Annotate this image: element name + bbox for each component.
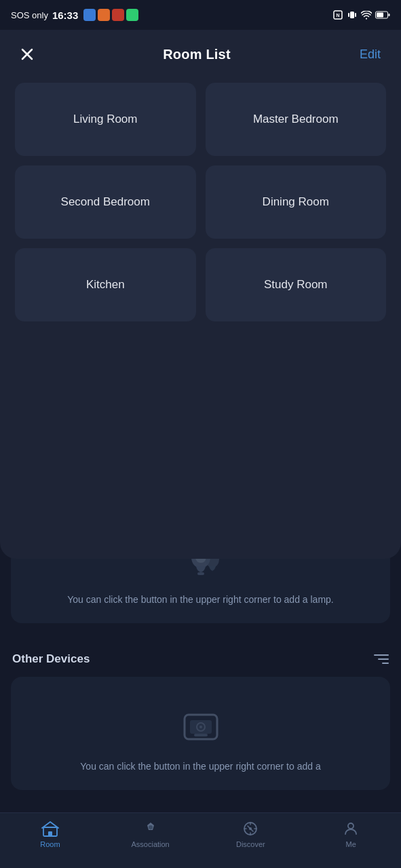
svg-rect-11 — [197, 572, 204, 575]
room-label-second-bedroom: Second Bedroom — [53, 195, 158, 209]
svg-point-18 — [199, 726, 202, 728]
room-label-kitchen: Kitchen — [78, 278, 133, 292]
filter-line-3 — [382, 663, 389, 664]
other-devices-header: Other Devices — [11, 650, 390, 669]
wifi-icon — [361, 11, 372, 20]
svg-text:N: N — [336, 13, 339, 18]
svg-point-21 — [149, 825, 153, 829]
device-card: You can click the button in the upper ri… — [11, 677, 390, 790]
svg-rect-2 — [350, 12, 354, 18]
room-label-study-room: Study Room — [256, 278, 336, 292]
room-grid: Living RoomMaster BedroomSecond BedroomD… — [0, 76, 401, 335]
other-devices-title: Other Devices — [12, 652, 90, 666]
app-icons — [83, 9, 138, 21]
lamp-hint-text: You can click the button in the upper ri… — [67, 593, 334, 607]
association-tab-icon — [142, 820, 159, 837]
modal-title: Room List — [163, 47, 231, 62]
edit-button[interactable]: Edit — [354, 45, 386, 64]
svg-rect-3 — [348, 13, 349, 17]
svg-rect-20 — [48, 831, 52, 836]
svg-rect-7 — [377, 13, 383, 18]
room-label-master-bedroom: Master Bedroom — [245, 113, 347, 126]
modal-header: Room List Edit — [0, 30, 401, 76]
filter-button[interactable] — [370, 650, 389, 669]
battery-icon — [375, 11, 390, 19]
filter-line-1 — [374, 654, 389, 656]
tab-room-label: Room — [40, 840, 60, 848]
tab-association[interactable]: Association — [100, 820, 201, 848]
status-bar: SOS only 16:33 N — [0, 0, 401, 30]
close-button[interactable] — [15, 42, 39, 66]
tab-me[interactable]: Me — [301, 820, 401, 848]
me-tab-icon — [342, 820, 360, 837]
tab-room[interactable]: Room — [0, 820, 100, 848]
close-icon — [20, 47, 34, 61]
room-tab-icon — [41, 820, 59, 837]
svg-rect-16 — [194, 734, 208, 736]
tab-association-label: Association — [131, 840, 169, 848]
room-list-modal: Room List Edit Living RoomMaster Bedroom… — [0, 30, 401, 559]
vibrate-icon — [347, 9, 358, 20]
device-icon — [178, 704, 224, 750]
room-card-kitchen[interactable]: Kitchen — [15, 248, 196, 321]
room-card-master-bedroom[interactable]: Master Bedroom — [206, 83, 387, 156]
sos-label: SOS only — [11, 10, 48, 20]
nfc-icon: N — [332, 9, 343, 20]
other-devices-section: Other Devices You can click the button i… — [0, 650, 401, 790]
room-card-dining-room[interactable]: Dining Room — [206, 165, 387, 239]
room-card-living-room[interactable]: Living Room — [15, 83, 196, 156]
room-card-second-bedroom[interactable]: Second Bedroom — [15, 165, 196, 239]
status-left: SOS only 16:33 — [11, 9, 138, 21]
svg-rect-6 — [389, 14, 390, 16]
status-time: 16:33 — [52, 9, 78, 21]
svg-point-28 — [348, 823, 354, 829]
room-card-study-room[interactable]: Study Room — [206, 248, 387, 321]
room-label-living-room: Living Room — [65, 113, 146, 126]
tab-discover[interactable]: Discover — [201, 820, 301, 848]
filter-line-2 — [378, 658, 389, 660]
discover-tab-icon — [242, 820, 259, 837]
status-right: N — [332, 9, 390, 20]
tab-me-label: Me — [345, 840, 356, 848]
svg-rect-4 — [355, 13, 356, 17]
tab-bar: Room Association Discover — [0, 812, 401, 868]
device-hint-text: You can click the button in the upper ri… — [80, 760, 320, 774]
tab-discover-label: Discover — [236, 840, 265, 848]
room-label-dining-room: Dining Room — [254, 195, 337, 209]
